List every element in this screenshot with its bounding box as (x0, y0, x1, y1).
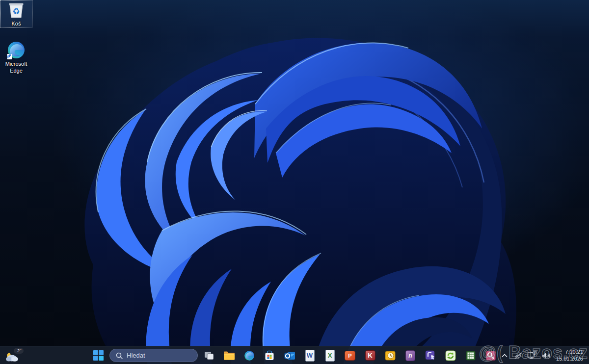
access-2007-icon (485, 350, 496, 361)
desktop-icon-edge[interactable]: Microsoft Edge (0, 40, 32, 75)
spreadsheet-app-button[interactable] (462, 348, 480, 364)
desktop-screen: ♻ Koš Microsoft Edge (0, 0, 589, 364)
task-view-button[interactable] (200, 348, 218, 364)
word-2003-icon: W (305, 350, 315, 362)
network-display-button[interactable]: 8 (526, 348, 538, 363)
outlook-button[interactable] (281, 348, 298, 364)
red-k-app-button[interactable]: K (361, 348, 379, 364)
task-view-icon (204, 351, 214, 361)
volume-button[interactable] (539, 348, 552, 363)
tray-clock[interactable]: 7:10:21 15.01.2026 (553, 349, 587, 363)
red-k-app-icon: K (365, 350, 375, 361)
onenote-2007-button[interactable]: n (402, 348, 419, 364)
powerpoint-2003-button[interactable]: P (341, 348, 359, 364)
wallpaper-bloom (0, 0, 589, 364)
edge-taskbar-button[interactable] (241, 348, 258, 364)
groove-sync-button[interactable] (442, 348, 459, 364)
word-2003-button[interactable]: W (301, 348, 319, 364)
windows-logo-icon (93, 350, 104, 361)
taskbar: -2° Hledat (0, 346, 589, 364)
search-icon (116, 352, 123, 359)
disconnected-status-button[interactable] (512, 348, 525, 363)
desktop-icon-recycle-bin[interactable]: ♻ Koš (0, 0, 32, 27)
desktop-icon-label: Microsoft Edge (0, 61, 32, 75)
file-explorer-button[interactable] (220, 348, 238, 364)
purple-arrow-app-icon (425, 350, 436, 361)
microsoft-edge-icon (244, 350, 255, 361)
edge-icon (6, 40, 26, 60)
svg-text:♻: ♻ (12, 7, 20, 16)
microsoft-store-icon (264, 350, 275, 361)
bloom-illustration (0, 0, 589, 364)
hidden-icons-chevron-button[interactable] (498, 348, 511, 363)
network-display-icon: 8 (527, 351, 537, 360)
groove-sync-icon (445, 350, 456, 361)
outlook-2003-button[interactable] (381, 348, 399, 364)
microsoft-store-button[interactable] (261, 348, 278, 364)
access-2007-button[interactable] (482, 348, 500, 364)
spreadsheet-app-icon (465, 350, 476, 361)
file-explorer-icon (223, 351, 235, 361)
desktop-icon-label: Koš (12, 21, 21, 27)
tray-time: 7:10:21 (565, 349, 583, 356)
purple-arrow-app-button[interactable] (422, 348, 439, 364)
powerpoint-2003-icon: P (345, 351, 355, 361)
excel-2003-icon: X (325, 350, 335, 362)
search-box[interactable]: Hledat (109, 349, 198, 362)
tray-date: 15.01.2026 (556, 356, 583, 363)
outlook-icon (284, 350, 295, 361)
recycle-bin-icon: ♻ (6, 0, 26, 20)
outlook-2003-icon (385, 350, 396, 361)
excel-2003-button[interactable]: X (321, 348, 339, 364)
start-button[interactable] (89, 348, 107, 364)
shortcut-arrow-icon (7, 54, 12, 59)
volume-icon (541, 352, 550, 360)
chevron-up-icon (502, 354, 508, 358)
search-placeholder: Hledat (127, 352, 145, 359)
onenote-2007-icon: n (405, 350, 415, 361)
disconnected-status-icon (514, 352, 523, 360)
